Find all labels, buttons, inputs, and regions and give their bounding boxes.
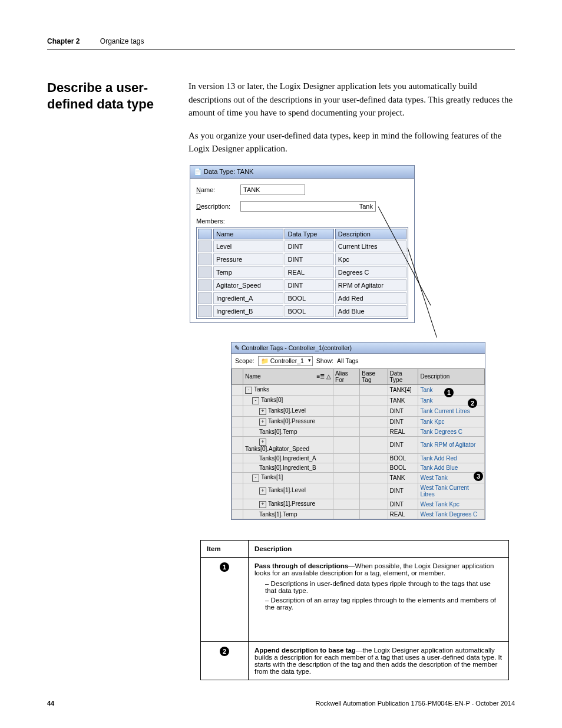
description-label: Description: (196, 203, 240, 210)
tag-row[interactable]: Tanks[0].Ingredient_ABOOLTank Add Red (232, 453, 485, 463)
scope-combo[interactable]: 📁 Controller_1 (258, 356, 313, 366)
callout-2: 2 (468, 398, 477, 408)
page-header: Chapter 2 Organize tags (47, 35, 515, 50)
show-value: All Tags (337, 357, 359, 364)
data-type-dialog: 📄 Data Type: TANK Name: TANK Description… (190, 165, 415, 323)
item-cell-2: 2 (201, 641, 249, 680)
col-datatype[interactable]: Data Type (285, 229, 333, 239)
member-row[interactable]: TempREALDegrees C (198, 266, 406, 278)
tag-row[interactable]: Tanks[0].TempREALTank Degrees C (232, 427, 485, 436)
tag-row[interactable]: -Tanks[1]TANKWest Tank (232, 472, 485, 483)
name-label: Name: (196, 186, 240, 193)
col-description[interactable]: Description (418, 368, 485, 384)
page-footer: 44 Rockwell Automation Publication 1756-… (47, 700, 515, 707)
callout-legend-table: Item Description 1 Pass through of descr… (200, 540, 509, 680)
section-label: Organize tags (100, 37, 144, 45)
tag-row[interactable]: Tanks[1].TempREALWest Tank Degrees C (232, 509, 485, 519)
bullet-2: Description of an array tag ripples thro… (265, 597, 503, 611)
members-grid: Name Data Type Description LevelDINTCurr… (196, 227, 408, 319)
bullet-1: Descriptions in user-defined data types … (265, 580, 503, 594)
member-row[interactable]: LevelDINTCurrent Litres (198, 241, 406, 252)
tag-row[interactable]: Tanks[0].Ingredient_BBOOLTank Add Blue (232, 463, 485, 472)
chapter-label: Chapter 2 (47, 37, 80, 45)
col-description[interactable]: Description (335, 229, 406, 239)
member-row[interactable]: Ingredient_BBOOLAdd Blue (198, 305, 406, 317)
desc-cell-2: Append description to base tag—the Logix… (249, 641, 509, 680)
col-name[interactable]: Name (213, 229, 283, 239)
col-description: Description (249, 540, 509, 557)
paragraph-1: In version 13 or later, the Logix Design… (189, 80, 515, 120)
screenshot-region: 📄 Data Type: TANK Name: TANK Description… (190, 165, 515, 513)
callout-3: 3 (474, 472, 483, 481)
window-title-text: Controller Tags - Controller_1(controlle… (242, 344, 352, 351)
show-label: Show: (316, 357, 333, 364)
window-title: ✎ Controller Tags - Controller_1(control… (232, 342, 485, 354)
members-label: Members: (196, 218, 408, 225)
tag-row[interactable]: +Tanks[0].Agitator_SpeedDINTTank RPM of … (232, 436, 485, 453)
dialog-title: 📄 Data Type: TANK (190, 166, 414, 179)
member-row[interactable]: Ingredient_ABOOLAdd Red (198, 292, 406, 304)
publication-id: Rockwell Automation Publication 1756-PM0… (315, 700, 515, 707)
desc-cell-1: Pass through of descriptions—When possib… (249, 557, 509, 641)
member-row[interactable]: Agitator_SpeedDINTRPM of Agitator (198, 279, 406, 291)
controller-tags-window: ✎ Controller Tags - Controller_1(control… (231, 342, 485, 520)
col-alias[interactable]: Alias For (333, 368, 360, 384)
scope-label: Scope: (235, 357, 254, 364)
member-row[interactable]: PressureDINTKpc (198, 253, 406, 265)
edit-icon: ✎ (234, 344, 240, 351)
col-item: Item (201, 540, 249, 557)
callout-1: 1 (444, 388, 454, 397)
name-input[interactable]: TANK (240, 185, 305, 195)
dialog-icon: 📄 (194, 168, 202, 175)
tag-row[interactable]: +Tanks[0].LevelDINTTank Current Litres (232, 406, 485, 416)
col-datatype[interactable]: Data Type (388, 368, 418, 384)
page-number: 44 (47, 700, 54, 707)
tag-row[interactable]: +Tanks[1].PressureDINTWest Tank Kpc (232, 499, 485, 509)
col-basetag[interactable]: Base Tag (360, 368, 388, 384)
item-cell-1: 1 (201, 557, 249, 641)
description-input[interactable]: Tank (240, 201, 376, 212)
tag-row[interactable]: +Tanks[0].PressureDINTTank Kpc (232, 416, 485, 427)
dialog-title-text: Data Type: TANK (204, 168, 253, 175)
tag-row[interactable]: +Tanks[1].LevelDINTWest Tank Current Lit… (232, 483, 485, 499)
col-name[interactable]: Name ≡≣ △ (243, 368, 333, 384)
section-heading: Describe a user-defined data type (47, 80, 165, 112)
paragraph-2: As you organize your user-defined data t… (189, 129, 515, 156)
